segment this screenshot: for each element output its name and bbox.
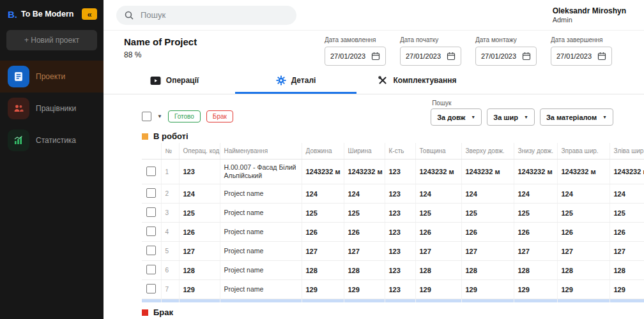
cell-value: 128 — [415, 261, 461, 280]
date-input-installation[interactable]: 27/01/2023 — [475, 47, 537, 66]
date-value: 27/01/2023 — [406, 52, 441, 60]
table-row[interactable]: 5127Project name127127123127127127127127 — [142, 242, 644, 261]
search-input[interactable]: Пошук — [116, 6, 296, 25]
brand-title: To Be Modern — [21, 10, 78, 19]
project-header: Name of Project 88 % Дата замовлення 27/… — [103, 31, 644, 68]
sidebar-item-workers[interactable]: Працівники — [0, 93, 103, 124]
row-checkbox[interactable] — [146, 226, 156, 236]
table-row[interactable]: 4126Project name126126123126126126126126 — [142, 223, 644, 242]
calendar-icon — [522, 52, 531, 61]
cell-value: 128 — [344, 261, 385, 280]
date-label: Дата завершення — [551, 36, 612, 43]
date-field-order: Дата замовлення 27/01/2023 — [325, 36, 386, 66]
cell-name: Project name — [220, 184, 302, 204]
tab-label: Комплектування — [393, 76, 456, 85]
cell-value: 123 — [385, 160, 415, 184]
cell-name: Project name — [220, 204, 302, 223]
date-value: 27/01/2023 — [556, 52, 592, 60]
table-row[interactable]: 1123Н.00.007 - Фасад Білий Альпійський12… — [142, 160, 644, 184]
select-all-checkbox[interactable] — [142, 112, 151, 121]
project-dates: Дата замовлення 27/01/2023 Дата початку … — [325, 36, 612, 66]
column-header: Операц. код — [179, 143, 220, 160]
dropdown-by-width[interactable]: За шир ▼ — [487, 108, 535, 126]
cell-value: 1243232 м — [415, 160, 461, 184]
cell-value: 124 — [302, 184, 344, 204]
row-checkbox[interactable] — [146, 284, 156, 293]
chevron-down-icon[interactable]: ▼ — [157, 114, 162, 119]
cell-value: 129 — [610, 280, 644, 299]
row-checkbox-cell — [142, 223, 161, 242]
row-index: 4 — [161, 223, 179, 242]
sidebar-collapse-button[interactable]: « — [82, 8, 97, 20]
cell-value: 123 — [385, 299, 415, 302]
cell-value: 125 — [415, 204, 461, 223]
cell-value: 124 — [557, 184, 610, 204]
table-row[interactable]: ✓8130Project name13013012313013013013013… — [142, 299, 644, 302]
chevron-down-icon: ▼ — [471, 115, 475, 119]
row-checkbox[interactable] — [146, 265, 156, 274]
tab-operations[interactable]: Операції — [114, 70, 235, 94]
calendar-icon — [371, 52, 380, 61]
cell-value: 127 — [302, 242, 344, 261]
date-input-start[interactable]: 27/01/2023 — [400, 47, 461, 66]
cell-value: 129 — [302, 280, 344, 299]
cell-value: 124 — [415, 184, 461, 204]
filter-badge-done[interactable]: Готово — [168, 110, 201, 122]
cell-value: 129 — [415, 280, 461, 299]
sidebar-item-label: Проекти — [36, 72, 65, 81]
cell-value: 128 — [461, 261, 514, 280]
table-row[interactable]: 7129Project name129129123129129129129129 — [142, 280, 644, 299]
date-field-start: Дата початку 27/01/2023 — [400, 36, 461, 66]
row-index: 8 — [161, 299, 179, 302]
date-label: Дата монтажу — [475, 36, 537, 43]
cell-value: 130 — [302, 299, 344, 302]
dropdown-by-material[interactable]: За матеріалом ▼ — [540, 108, 613, 126]
cell-value: 1243232 м — [557, 160, 610, 184]
sidebar-item-statistics[interactable]: Статистика — [0, 124, 103, 156]
cell-value: 126 — [610, 223, 644, 242]
cell-name: Project name — [220, 242, 302, 261]
filter-badge-defect[interactable]: Брак — [206, 110, 233, 122]
row-checkbox[interactable] — [146, 188, 156, 198]
cell-value: 1243232 м — [610, 160, 644, 184]
search-placeholder: Пошук — [141, 10, 165, 20]
cell-value: 130 — [415, 299, 461, 302]
sidebar-item-projects[interactable]: Проекти — [0, 61, 103, 93]
tab-details[interactable]: Деталі — [235, 70, 356, 94]
date-input-completion[interactable]: 27/01/2023 — [551, 47, 612, 66]
table-body: 1123Н.00.007 - Фасад Білий Альпійський12… — [142, 160, 644, 303]
cell-value: 126 — [514, 223, 557, 242]
cell-value: 126 — [415, 223, 461, 242]
dropdown-label: За матеріалом — [546, 114, 597, 121]
date-field-installation: Дата монтажу 27/01/2023 — [475, 36, 537, 66]
dropdown-by-length[interactable]: За довж ▼ — [431, 108, 482, 126]
table-row[interactable]: 6128Project name128128123128128128128128 — [142, 261, 644, 280]
row-index: 3 — [161, 204, 179, 223]
row-checkbox[interactable] — [146, 167, 156, 176]
cell-name: Project name — [220, 299, 302, 302]
row-checkbox[interactable] — [146, 207, 156, 217]
table-row[interactable]: 2124Project name124124123124124124124124 — [142, 184, 644, 204]
date-input-order[interactable]: 27/01/2023 — [325, 47, 386, 66]
new-project-button[interactable]: + Новий проект — [6, 30, 97, 50]
cell-value: 124 — [461, 184, 514, 204]
filter-search-label: Пошук — [431, 100, 451, 107]
project-info: Name of Project 88 % — [124, 36, 197, 59]
user-info[interactable]: Oleksandr Miroshyn Admin — [553, 6, 626, 24]
cell-value: 129 — [557, 280, 610, 299]
main-content: Пошук Oleksandr Miroshyn Admin Name of P… — [103, 0, 644, 319]
table-row[interactable]: 3125Project name125125123125125125125125 — [142, 204, 644, 223]
section-title: В роботі — [153, 131, 188, 141]
cell-value: 130 — [514, 299, 557, 302]
cell-value: 124 — [610, 184, 644, 204]
search-icon — [124, 10, 134, 20]
tab-label: Деталі — [291, 76, 316, 85]
tab-label: Операції — [166, 76, 199, 85]
section-title: Брак — [153, 308, 173, 317]
row-checkbox[interactable] — [146, 246, 156, 255]
cell-value: 126 — [557, 223, 610, 242]
row-checkbox-cell — [142, 242, 161, 261]
tab-assembly[interactable]: Комплектування — [356, 70, 478, 94]
cell-value: 1243232 м — [461, 160, 514, 184]
cell-value: 123 — [385, 204, 415, 223]
